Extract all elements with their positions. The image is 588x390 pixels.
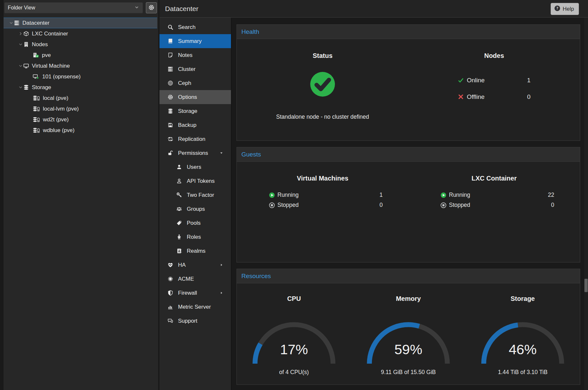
nav-item-summary[interactable]: Summary bbox=[160, 34, 231, 48]
nav-item-label: Two Factor bbox=[187, 192, 214, 198]
nav-item-search[interactable]: Search bbox=[160, 20, 231, 34]
male-icon bbox=[175, 234, 183, 240]
nav-item-options[interactable]: Options bbox=[160, 90, 231, 104]
nav-item-users[interactable]: Users bbox=[160, 160, 231, 174]
guests-panel: Guests Virtual MachinesRunning1Stopped0L… bbox=[236, 147, 580, 262]
tree-item-nodes[interactable]: Nodes bbox=[4, 39, 158, 50]
tree-item-101-opnsense[interactable]: 101 (opnsense) bbox=[4, 71, 158, 82]
tree-expanded-icon[interactable] bbox=[8, 20, 14, 25]
tree-item-wdblue-pve[interactable]: wdblue (pve) bbox=[4, 125, 158, 136]
tree-collapsed-icon[interactable] bbox=[18, 31, 23, 36]
tree-item-lxc-container[interactable]: LXC Container bbox=[4, 28, 158, 39]
content-header: Datacenter ? Help bbox=[160, 0, 588, 18]
tree-expanded-icon[interactable] bbox=[18, 42, 23, 47]
stop-circle-icon bbox=[441, 202, 446, 208]
play-circle-icon bbox=[269, 192, 275, 198]
nav-item-acme[interactable]: ACME bbox=[160, 272, 231, 286]
database-icon bbox=[167, 108, 174, 114]
caret-right-icon[interactable] bbox=[220, 291, 223, 295]
nav-item-label: Notes bbox=[178, 52, 192, 59]
nav-item-permissions[interactable]: Permissions bbox=[160, 146, 231, 160]
bar-chart-icon bbox=[167, 304, 174, 310]
tree-item-datacenter[interactable]: Datacenter bbox=[4, 18, 157, 28]
nav-item-label: Support bbox=[178, 318, 198, 324]
gauge-heading: Storage bbox=[511, 295, 535, 303]
guests-column-heading: LXC Container bbox=[472, 175, 517, 182]
heartbeat-icon bbox=[167, 262, 174, 268]
tree-item-label: wd2t (pve) bbox=[43, 116, 69, 123]
nav-item-two-factor[interactable]: Two Factor bbox=[160, 188, 231, 202]
chevron-down-icon bbox=[134, 5, 139, 11]
nav-item-firewall[interactable]: Firewall bbox=[160, 286, 231, 300]
page-title: Datacenter bbox=[165, 5, 198, 13]
tree-item-label: Storage bbox=[32, 84, 51, 91]
tree-expanded-icon[interactable] bbox=[18, 85, 23, 90]
nav-item-support[interactable]: Support bbox=[160, 314, 231, 328]
nav-item-ha[interactable]: HA bbox=[160, 258, 231, 272]
tree-item-wd2t-pve[interactable]: wd2t (pve) bbox=[4, 114, 158, 125]
nav-item-api-tokens[interactable]: API Tokens bbox=[160, 174, 231, 188]
tree-expanded-icon[interactable] bbox=[18, 63, 23, 68]
caret-right-icon[interactable] bbox=[220, 263, 223, 267]
monitor-icon bbox=[23, 63, 29, 69]
guest-status-row-stopped: Stopped0 bbox=[441, 201, 554, 209]
stop-circle-icon bbox=[269, 202, 275, 208]
tree-item-label: Nodes bbox=[32, 41, 48, 48]
resource-tree: DatacenterLXC ContainerNodespveVirtual M… bbox=[4, 16, 158, 136]
guest-status-value: 0 bbox=[551, 202, 554, 208]
tree-item-local-pve[interactable]: local (pve) bbox=[4, 93, 158, 103]
nav-item-storage[interactable]: Storage bbox=[160, 104, 231, 118]
scrollbar-thumb[interactable] bbox=[584, 279, 588, 292]
user-outline-icon bbox=[175, 178, 183, 184]
nav-item-metric-server[interactable]: Metric Server bbox=[160, 300, 231, 314]
view-mode-select[interactable]: Folder View bbox=[4, 2, 143, 13]
users-icon bbox=[175, 206, 183, 212]
tree-item-pve[interactable]: pve bbox=[4, 50, 158, 61]
tree-item-storage[interactable]: Storage bbox=[4, 82, 158, 93]
node-status-label: Offline bbox=[467, 93, 485, 101]
help-button[interactable]: ? Help bbox=[551, 3, 579, 15]
key-icon bbox=[175, 192, 183, 198]
guest-status-label: Running bbox=[449, 192, 470, 198]
nav-item-realms[interactable]: Realms bbox=[160, 244, 231, 258]
node-online-icon bbox=[33, 52, 39, 58]
nav-item-label: Cluster bbox=[178, 66, 196, 73]
vm-running-icon bbox=[33, 74, 39, 79]
gauge-cpu: CPU17%of 4 CPU(s) bbox=[237, 283, 351, 384]
gauge-subtext: of 4 CPU(s) bbox=[279, 369, 309, 376]
nav-item-groups[interactable]: Groups bbox=[160, 202, 231, 216]
nav-item-label: HA bbox=[178, 262, 186, 268]
gauge-heading: CPU bbox=[287, 295, 301, 303]
nav-item-replication[interactable]: Replication bbox=[160, 132, 231, 146]
nav-item-cluster[interactable]: Cluster bbox=[160, 62, 231, 76]
tree-item-virtual-machine[interactable]: Virtual Machine bbox=[4, 61, 158, 71]
nav-item-label: Firewall bbox=[178, 290, 197, 296]
status-heading: Status bbox=[313, 52, 332, 60]
gauge-percent: 17% bbox=[247, 342, 341, 357]
tree-settings-button[interactable] bbox=[146, 2, 157, 13]
summary-content: Health Status Standalone node - no clust… bbox=[231, 18, 588, 390]
building-icon bbox=[23, 42, 29, 47]
gauge-subtext: 9.11 GiB of 15.50 GiB bbox=[381, 369, 436, 376]
health-panel-title: Health bbox=[237, 25, 580, 39]
nav-item-notes[interactable]: Notes bbox=[160, 48, 231, 62]
database-icon bbox=[23, 85, 29, 90]
guests-column-virtual-machines: Virtual MachinesRunning1Stopped0 bbox=[237, 162, 408, 262]
user-icon bbox=[175, 164, 183, 170]
cluster-status-message: Standalone node - no cluster defined bbox=[276, 114, 369, 120]
shield-icon bbox=[167, 290, 174, 296]
nav-item-backup[interactable]: Backup bbox=[160, 118, 231, 132]
nav-item-roles[interactable]: Roles bbox=[160, 230, 231, 244]
nav-item-pools[interactable]: Pools bbox=[160, 216, 231, 230]
nav-item-ceph[interactable]: Ceph bbox=[160, 76, 231, 90]
check-icon bbox=[458, 77, 464, 83]
health-panel: Health Status Standalone node - no clust… bbox=[236, 24, 580, 141]
guest-status-value: 0 bbox=[379, 202, 383, 208]
search-icon bbox=[167, 24, 174, 30]
caret-down-icon[interactable] bbox=[220, 151, 223, 155]
tree-item-label: local-lvm (pve) bbox=[43, 106, 79, 112]
health-nodes-column: Nodes Online1Offline0 bbox=[408, 39, 580, 141]
cross-icon bbox=[458, 94, 464, 100]
tree-item-local-lvm-pve[interactable]: local-lvm (pve) bbox=[4, 103, 158, 114]
tree-item-label: Virtual Machine bbox=[32, 63, 70, 69]
